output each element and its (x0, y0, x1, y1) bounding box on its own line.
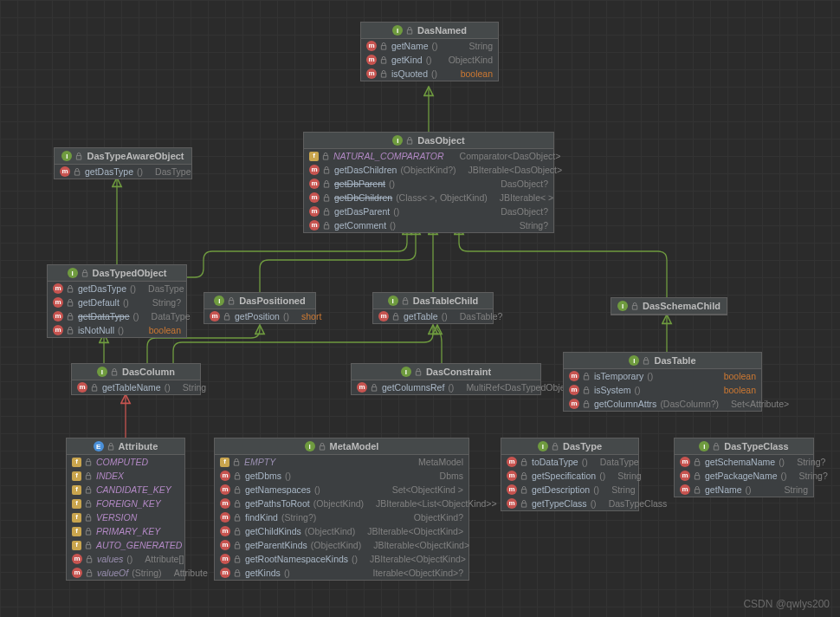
member-row[interactable]: values()Attribute[] (67, 552, 184, 566)
member-return-type: Set<ObjectKind > (384, 484, 463, 496)
member-row[interactable]: CANDIDATE_KEY (67, 483, 184, 497)
member-row[interactable]: getDataType()DataType (48, 309, 186, 323)
member-row[interactable]: getDasType()DasType (55, 165, 191, 179)
member-name: isQuoted (391, 68, 428, 80)
class-name: DasTable (654, 355, 695, 366)
class-DasObject[interactable]: DasObjectNATURAL_COMPARATORComparator<Da… (303, 132, 554, 233)
class-title: DasType (501, 438, 638, 455)
member-row[interactable]: getDbms()Dbms (215, 469, 468, 483)
class-DasSchemaChild[interactable]: DasSchemaChild (611, 297, 727, 315)
member-row[interactable]: isNotNull()boolean (48, 323, 186, 337)
member-row[interactable]: AUTO_GENERATED (67, 538, 184, 552)
member-name: getName (391, 40, 429, 52)
member-return-type: JBIterable<DasObject> (460, 164, 563, 176)
member-row[interactable]: EMPTYMetaModel (215, 455, 468, 469)
member-return-type: Attribute (165, 567, 208, 579)
member-return-type: JBIterable< > (491, 192, 553, 204)
class-DasTypeClass[interactable]: DasTypeClassgetSchemaName()String?getPac… (674, 438, 814, 497)
class-DasTypedObject[interactable]: DasTypedObjectgetDasType()DasTypegetDefa… (47, 264, 187, 338)
member-row[interactable]: PRIMARY_KEY (67, 524, 184, 538)
member-row[interactable]: getTable()DasTable? (373, 309, 493, 323)
class-name: DasConstraint (426, 367, 491, 377)
member-row[interactable]: getSchemaName()String? (675, 455, 813, 469)
class-title: DasNamed (361, 23, 498, 39)
field-icon (72, 527, 81, 536)
class-DasConstraint[interactable]: DasConstraintgetColumnsRef()MultiRef<Das… (351, 363, 541, 395)
member-name: values (97, 553, 123, 565)
member-row[interactable]: getColumnAttrs(DasColumn?)Set<Attribute> (564, 397, 761, 411)
member-name: getChildKinds (245, 525, 301, 537)
class-body: getColumnsRef()MultiRef<DasTypedObject> (352, 380, 540, 394)
member-row[interactable]: VERSION (67, 510, 184, 524)
member-return-type: String? (511, 219, 548, 231)
lock-icon (406, 27, 414, 35)
lock-icon (85, 500, 93, 508)
member-params: () (123, 296, 129, 308)
member-name: FOREIGN_KEY (96, 497, 161, 510)
member-row[interactable]: getKinds()Iterable<ObjectKind>? (215, 566, 468, 580)
member-row[interactable]: getSpecification()String (501, 469, 638, 483)
class-DasType[interactable]: DasTypetoDataType()DataTypegetSpecificat… (501, 438, 639, 511)
member-row[interactable]: getDbParent()DasObject? (304, 177, 553, 191)
member-row[interactable]: getTypeClass()DasTypeClass (501, 497, 638, 510)
member-row[interactable]: getChildKinds(ObjectKind)JBIterable<Obje… (215, 524, 468, 538)
member-row[interactable]: getDefault()String? (48, 296, 186, 309)
class-DasTableChild[interactable]: DasTableChildgetTable()DasTable? (372, 292, 494, 324)
class-title: DasSchemaChild (611, 298, 727, 315)
member-row[interactable]: getDbChildren(Class< >, ObjectKind)JBIte… (304, 191, 553, 205)
member-row[interactable]: getDasChildren(ObjectKind?)JBIterable<Da… (304, 163, 553, 177)
member-row[interactable]: getColumnsRef()MultiRef<DasTypedObject> (352, 380, 540, 394)
member-row[interactable]: getPosition()short (204, 309, 315, 323)
member-return-type: ObjectKind? (405, 511, 463, 523)
member-row[interactable]: isTemporary()boolean (564, 369, 761, 383)
class-Attribute[interactable]: AttributeCOMPUTEDINDEXCANDIDATE_KEYFOREI… (66, 438, 185, 581)
member-row[interactable]: getRootNamespaceKinds()JBIterable<Object… (215, 552, 468, 566)
method-icon (366, 41, 377, 51)
member-row[interactable]: getDasType()DasType (48, 282, 186, 296)
member-row[interactable]: NATURAL_COMPARATORComparator<DasObject> (304, 149, 553, 163)
member-row[interactable]: isQuoted()boolean (361, 67, 498, 81)
class-body: getTableName()String (72, 380, 200, 394)
member-row[interactable]: valueOf(String)Attribute (67, 566, 184, 580)
member-row[interactable]: getNamespaces()Set<ObjectKind > (215, 483, 468, 497)
member-row[interactable]: getDescription()String (501, 483, 638, 497)
member-name: getSchemaName (705, 456, 775, 468)
method-icon (53, 283, 63, 294)
member-row[interactable]: findKind(String?)ObjectKind? (215, 510, 468, 524)
member-row[interactable]: COMPUTED (67, 455, 184, 469)
member-row[interactable]: isSystem()boolean (564, 383, 761, 397)
member-row[interactable]: INDEX (67, 469, 184, 483)
class-body: getDasType()DasTypegetDefault()String?ge… (48, 282, 186, 337)
member-row[interactable]: getKind()ObjectKind (361, 53, 498, 67)
class-DasNamed[interactable]: DasNamedgetName()StringgetKind()ObjectKi… (360, 22, 499, 81)
class-DasTypeAwareObject[interactable]: DasTypeAwareObjectgetDasType()DasType (54, 147, 192, 179)
member-row[interactable]: getName()String (675, 483, 813, 497)
interface-icon (305, 441, 315, 451)
class-body: NATURAL_COMPARATORComparator<DasObject>g… (304, 149, 553, 232)
class-MetaModel[interactable]: MetaModelEMPTYMetaModelgetDbms()DbmsgetN… (214, 438, 469, 581)
lock-icon (234, 528, 242, 536)
member-row[interactable]: getComment()String? (304, 218, 553, 232)
class-DasColumn[interactable]: DasColumngetTableName()String (71, 363, 201, 395)
member-params: () (393, 205, 399, 218)
field-icon (72, 485, 81, 495)
member-params: (ObjectKind?) (400, 164, 456, 176)
class-name: DasColumn (122, 367, 175, 377)
member-row[interactable]: getName()String (361, 39, 498, 53)
member-row[interactable]: getParentKinds(ObjectKind)JBIterable<Obj… (215, 538, 468, 552)
lock-icon (323, 194, 331, 202)
member-row[interactable]: toDataType()DataType (501, 455, 638, 469)
member-return-type: String (603, 484, 635, 496)
lock-icon (713, 443, 720, 451)
member-params: (String) (132, 567, 161, 579)
member-row[interactable]: getPathsToRoot(ObjectKind)JBIterable<Lis… (215, 497, 468, 510)
member-row[interactable]: getPackageName()String? (675, 469, 813, 483)
member-params: () (130, 283, 136, 295)
member-row[interactable]: FOREIGN_KEY (67, 497, 184, 510)
class-title: MetaModel (215, 438, 468, 455)
class-DasTable[interactable]: DasTableisTemporary()booleanisSystem()bo… (563, 352, 762, 412)
member-row[interactable]: getDasParent()DasObject? (304, 205, 553, 218)
member-row[interactable]: getTableName()String (72, 380, 200, 394)
class-DasPositioned[interactable]: DasPositionedgetPosition()short (204, 292, 316, 324)
class-name: DasType (563, 441, 602, 451)
